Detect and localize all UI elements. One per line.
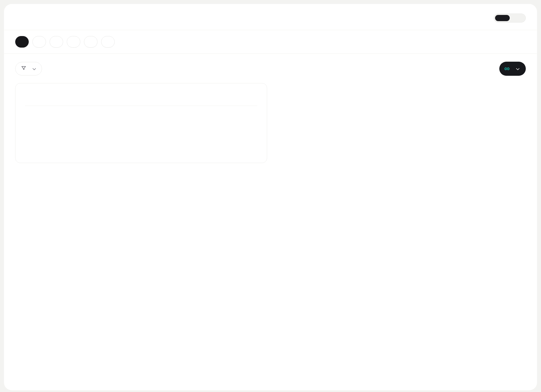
filter-agency-button[interactable] [15, 62, 42, 75]
card-divider [25, 106, 257, 106]
tab-funnel[interactable] [67, 36, 80, 48]
toggle-option-ai-tags[interactable] [510, 15, 524, 21]
info-icon[interactable] [28, 93, 34, 99]
tab-product[interactable] [101, 36, 115, 48]
tab-content-type[interactable] [50, 36, 63, 48]
funnel-icon [21, 66, 26, 72]
page-header [4, 4, 537, 30]
chevron-down-icon [32, 66, 36, 72]
main-panel: ∞ [4, 4, 537, 390]
card-stats [254, 92, 257, 94]
spend-metric-button[interactable]: ∞ [499, 62, 526, 76]
tab-media-buying[interactable] [84, 36, 97, 48]
meta-infinity-icon: ∞ [504, 65, 510, 72]
agency-card-growthlab-media [15, 83, 267, 163]
card-header [25, 92, 257, 99]
tab-agency[interactable] [15, 36, 29, 48]
dimension-tabs [4, 30, 537, 54]
charts-grid [4, 78, 537, 172]
tag-mode-toggle [494, 14, 526, 23]
toggle-option-keyword-tags[interactable] [495, 15, 510, 21]
controls-row: ∞ [4, 54, 537, 78]
chevron-down-icon [516, 66, 520, 72]
tab-content-angle[interactable] [32, 36, 46, 48]
hit-rate-spend-chart [25, 115, 257, 158]
